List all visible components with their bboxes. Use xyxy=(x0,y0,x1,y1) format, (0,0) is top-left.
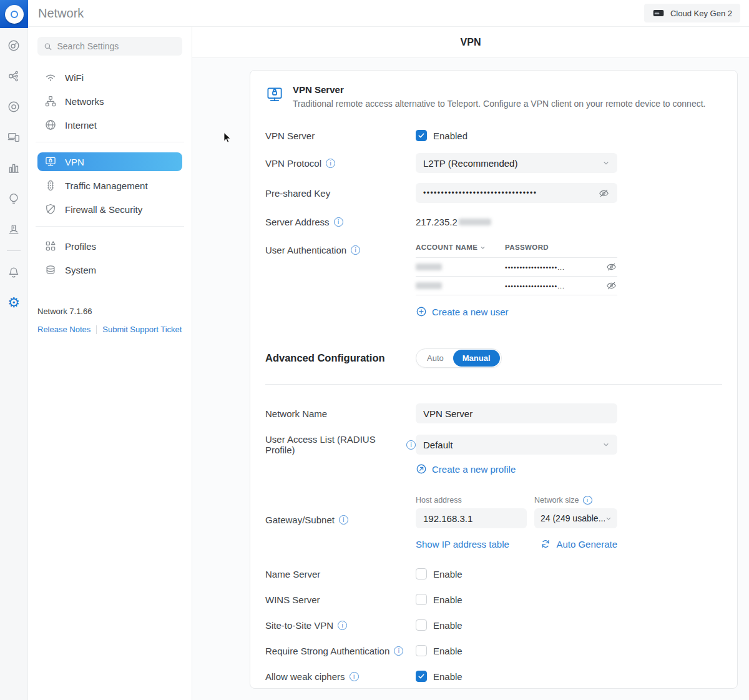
sidebar-divider xyxy=(36,226,184,227)
insights-icon[interactable] xyxy=(6,191,21,206)
sidebar-item-wifi[interactable]: WiFi xyxy=(37,68,182,87)
info-icon[interactable] xyxy=(326,159,335,168)
auto-generate-link[interactable]: Auto Generate xyxy=(540,538,617,550)
eye-off-icon[interactable] xyxy=(598,187,610,199)
icon-rail: ⚙ xyxy=(0,0,28,700)
traffic-light-icon xyxy=(44,179,57,192)
wins-server-label: WINS Server xyxy=(265,594,416,605)
search-input[interactable] xyxy=(57,41,176,51)
search-settings-box[interactable] xyxy=(37,37,182,56)
pre-shared-key-label: Pre-shared Key xyxy=(265,188,416,199)
info-icon[interactable] xyxy=(338,621,347,630)
name-server-label: Name Server xyxy=(265,569,416,579)
redacted-address xyxy=(459,219,491,225)
top-bar: Network Cloud Key Gen 2 xyxy=(28,0,749,27)
networks-icon xyxy=(44,95,57,107)
submit-support-ticket-link[interactable]: Submit Support Ticket xyxy=(102,325,182,334)
table-row[interactable]: ••••••••••••••••••... xyxy=(416,258,617,277)
release-notes-link[interactable]: Release Notes xyxy=(37,325,91,334)
create-new-user-link[interactable]: Create a new user xyxy=(416,306,509,317)
pre-shared-key-field[interactable]: •••••••••••••••••••••••••••••••• xyxy=(416,183,617,203)
vpn-icon xyxy=(44,155,57,168)
sidebar-item-networks[interactable]: Networks xyxy=(37,92,182,111)
info-icon[interactable] xyxy=(350,672,359,681)
chevron-down-icon xyxy=(602,441,610,448)
column-password[interactable]: PASSWORD xyxy=(505,244,617,251)
vpn-protocol-select[interactable]: L2TP (Recommended) xyxy=(416,153,617,173)
rail-divider xyxy=(7,250,21,251)
page-header: VPN xyxy=(192,27,749,58)
info-icon[interactable] xyxy=(406,440,416,450)
system-stack-icon xyxy=(44,264,57,276)
unifi-logo[interactable] xyxy=(0,0,28,28)
main-content: VPN VPN Server Traditional remote access… xyxy=(192,27,749,700)
sidebar-item-traffic-management[interactable]: Traffic Management xyxy=(37,176,182,195)
info-icon[interactable] xyxy=(339,515,348,525)
clients-icon[interactable] xyxy=(6,130,21,145)
wins-server-checkbox[interactable] xyxy=(416,594,427,605)
devices-icon[interactable] xyxy=(6,99,21,114)
chevron-down-icon xyxy=(605,515,612,522)
notifications-icon[interactable] xyxy=(6,265,21,280)
password-masked: ••••••••••••••••••... xyxy=(505,264,565,271)
chevron-down-icon xyxy=(602,159,610,167)
hotspot-icon[interactable] xyxy=(6,222,21,237)
external-link-circle-icon xyxy=(416,463,427,475)
table-row[interactable]: ••••••••••••••••••... xyxy=(416,277,617,295)
sidebar-item-label: Profiles xyxy=(65,241,96,252)
host-address-label: Host address xyxy=(416,496,527,505)
server-address-label: Server Address xyxy=(265,217,416,227)
column-account-name[interactable]: ACCOUNT NAME xyxy=(416,244,505,251)
sidebar-item-system[interactable]: System xyxy=(37,260,182,279)
vpn-server-icon xyxy=(265,86,284,104)
vpn-protocol-label: VPN Protocol xyxy=(265,158,416,169)
controller-version: Network 7.1.66 xyxy=(37,307,182,316)
require-strong-auth-label: Require Strong Authentication xyxy=(265,646,416,656)
topology-icon[interactable] xyxy=(6,69,21,84)
info-icon[interactable] xyxy=(351,245,360,255)
name-server-checkbox[interactable] xyxy=(416,568,427,579)
settings-gear-icon[interactable]: ⚙ xyxy=(6,295,21,310)
network-name-input[interactable] xyxy=(423,408,610,419)
sort-icon xyxy=(480,245,486,250)
sidebar-item-firewall-security[interactable]: Firewall & Security xyxy=(37,200,182,219)
refresh-icon xyxy=(540,538,551,550)
sidebar-item-vpn[interactable]: VPN xyxy=(37,152,182,171)
gateway-subnet-label: Gateway/Subnet xyxy=(265,515,416,525)
allow-weak-ciphers-label: Allow weak ciphers xyxy=(265,671,416,682)
vpn-server-card: VPN Server Traditional remote access alt… xyxy=(250,70,738,689)
radius-profile-label: User Access List (RADIUS Profile) xyxy=(265,434,416,455)
app-title: Network xyxy=(38,6,84,21)
dashboard-icon[interactable] xyxy=(6,38,21,53)
sidebar-item-internet[interactable]: Internet xyxy=(37,116,182,134)
network-size-value: 24 (249 usable... xyxy=(541,513,605,523)
info-icon[interactable] xyxy=(394,646,403,656)
auto-manual-toggle: Auto Manual xyxy=(416,348,502,368)
sidebar-item-label: Networks xyxy=(65,96,104,107)
create-new-profile-link[interactable]: Create a new profile xyxy=(416,463,516,475)
network-size-select[interactable]: 24 (249 usable... xyxy=(534,508,617,528)
site-to-site-vpn-checkbox[interactable] xyxy=(416,619,427,631)
toggle-manual[interactable]: Manual xyxy=(453,350,500,367)
sidebar-item-label: Firewall & Security xyxy=(65,204,142,215)
firewall-shield-icon xyxy=(44,203,57,215)
device-badge-label: Cloud Key Gen 2 xyxy=(670,9,732,18)
allow-weak-ciphers-checkbox[interactable] xyxy=(416,671,427,682)
sidebar-item-profiles[interactable]: Profiles xyxy=(37,237,182,255)
eye-off-icon[interactable] xyxy=(605,280,617,292)
device-badge[interactable]: Cloud Key Gen 2 xyxy=(644,4,740,22)
internet-globe-icon xyxy=(44,119,57,131)
eye-off-icon[interactable] xyxy=(605,261,617,273)
require-strong-auth-checkbox[interactable] xyxy=(416,645,427,656)
statistics-icon[interactable] xyxy=(6,160,21,175)
host-address-input[interactable] xyxy=(423,513,519,524)
info-icon[interactable] xyxy=(334,217,343,227)
vpn-server-label: VPN Server xyxy=(265,131,416,141)
vpn-server-enabled-checkbox[interactable] xyxy=(416,130,427,141)
settings-sidebar: WiFi Networks Internet VPN Traffic Manag… xyxy=(28,27,192,700)
radius-profile-select[interactable]: Default xyxy=(416,435,617,455)
info-icon[interactable] xyxy=(583,496,592,505)
toggle-auto[interactable]: Auto xyxy=(418,350,453,367)
footer-links-divider xyxy=(96,325,97,334)
show-ip-address-table-link[interactable]: Show IP address table xyxy=(416,539,509,550)
